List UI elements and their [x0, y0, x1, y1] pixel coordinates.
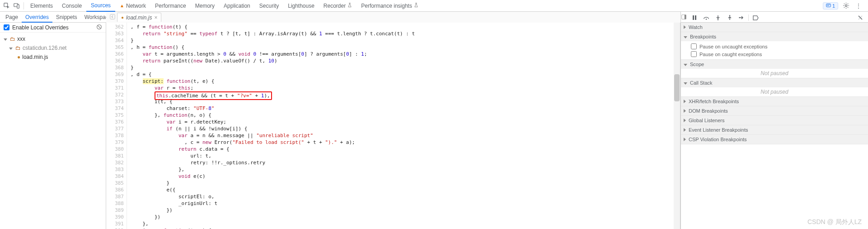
clear-overrides-icon[interactable] — [96, 24, 102, 31]
tab-elements[interactable]: Elements — [26, 0, 57, 12]
line-number[interactable]: 379 — [106, 139, 124, 146]
code-line[interactable]: } — [131, 37, 674, 44]
line-number[interactable]: 389 — [106, 207, 124, 214]
dbg-section-header[interactable]: Breakpoints — [681, 32, 868, 41]
code-line[interactable]: _originUrl: t — [131, 200, 674, 207]
device-toolbar-icon[interactable] — [12, 1, 22, 11]
line-number[interactable]: 387 — [106, 193, 124, 200]
tab-sources[interactable]: Sources — [86, 0, 115, 12]
dbg-section-header[interactable]: Scope — [681, 60, 868, 69]
step-over-icon[interactable] — [701, 13, 711, 23]
line-number[interactable]: 378 — [106, 132, 124, 139]
dbg-checkbox[interactable] — [691, 51, 697, 57]
code-line[interactable]: scriptEl: o, — [131, 193, 674, 200]
code-line[interactable]: charset: "UTF-8" — [131, 105, 674, 112]
step-icon[interactable] — [737, 13, 746, 23]
code-line[interactable]: }) — [131, 207, 674, 214]
code-line[interactable]: var i = r.detectKey; — [131, 119, 674, 125]
enable-local-overrides-input[interactable] — [4, 24, 9, 30]
line-number[interactable]: 371 — [106, 85, 124, 91]
tab-console[interactable]: Console — [57, 0, 86, 12]
dbg-section-header[interactable]: Call Stack — [681, 78, 868, 87]
code-line[interactable]: } — [131, 180, 674, 186]
code-line[interactable]: if (n || i && !window[i]) { — [131, 125, 674, 132]
tab-performance[interactable]: Performance — [150, 0, 191, 12]
code-line[interactable]: var r = this; — [131, 85, 674, 91]
code-line[interactable]: }, — [131, 220, 674, 227]
line-number[interactable]: 372 — [106, 91, 124, 98]
line-number[interactable]: 365 — [106, 44, 124, 51]
tab-network[interactable]: ▲Network — [115, 0, 150, 12]
line-number[interactable]: 384 — [106, 173, 124, 180]
line-number[interactable]: 380 — [106, 146, 124, 153]
code-line[interactable]: image: function(t, e) { — [131, 227, 674, 229]
dbg-section-header[interactable]: XHR/fetch Breakpoints — [681, 97, 868, 106]
tab-lighthouse[interactable]: Lighthouse — [283, 0, 319, 12]
code-line[interactable]: } — [131, 64, 674, 71]
navtab-snippets[interactable]: Snippets — [52, 12, 81, 23]
tree-file-item[interactable]: ● load.min.js — [0, 52, 106, 62]
line-number[interactable]: 362 — [106, 24, 124, 30]
code-line[interactable]: return c.data = { — [131, 146, 674, 153]
line-number[interactable]: 388 — [106, 200, 124, 207]
line-number[interactable]: 390 — [106, 214, 124, 220]
line-number[interactable]: 391 — [106, 220, 124, 227]
settings-gear-icon[interactable] — [841, 1, 851, 11]
tab-performance-insights[interactable]: Performance insights — [357, 0, 423, 12]
messages-chip[interactable]: 1 — [823, 2, 838, 10]
file-tab-loadminjs[interactable]: ● load.min.js × — [117, 13, 161, 22]
line-number[interactable]: 385 — [106, 180, 124, 186]
line-number[interactable]: 392 — [106, 227, 124, 229]
dbg-section-header[interactable]: Watch — [681, 23, 868, 32]
navtab-overrides[interactable]: Overrides — [22, 12, 52, 23]
close-tab-icon[interactable]: × — [154, 14, 157, 21]
tab-memory[interactable]: Memory — [191, 0, 219, 12]
code-line[interactable]: void e(c) — [131, 173, 674, 180]
editor-scrollbar[interactable] — [674, 23, 680, 229]
dbg-checkbox-row[interactable]: Pause on caught exceptions — [691, 50, 863, 58]
toggle-right-pane-icon[interactable] — [680, 12, 687, 22]
dbg-checkbox[interactable] — [691, 43, 697, 49]
tab-application[interactable]: Application — [219, 0, 255, 12]
tab-history-back-icon[interactable] — [108, 14, 117, 21]
kebab-menu-icon[interactable]: ⋮ — [854, 1, 863, 11]
line-number[interactable]: 382 — [106, 159, 124, 166]
dbg-section-header[interactable]: Event Listener Breakpoints — [681, 125, 868, 134]
line-number[interactable]: 367 — [106, 57, 124, 64]
code-line[interactable]: }, function(n, o) { — [131, 112, 674, 119]
pause-on-exceptions-icon[interactable] — [855, 13, 865, 23]
inspect-element-icon[interactable] — [2, 1, 12, 11]
enable-local-overrides-checkbox[interactable]: Enable Local Overrides — [4, 24, 69, 31]
line-number[interactable]: 381 — [106, 153, 124, 159]
code-line[interactable]: , d = { — [131, 71, 674, 78]
code-line[interactable]: , c = new Error("Failed to load script("… — [131, 139, 674, 146]
step-into-icon[interactable] — [713, 13, 723, 23]
line-number[interactable]: 374 — [106, 105, 124, 112]
code-line[interactable]: var a = n && n.message || "unreliable sc… — [131, 132, 674, 139]
code-content[interactable]: , f = function(t) { return "string" == t… — [127, 23, 674, 229]
code-line[interactable]: , f = function(t) { — [131, 24, 674, 30]
code-line[interactable]: }, — [131, 166, 674, 173]
line-number[interactable]: 377 — [106, 125, 124, 132]
step-out-icon[interactable] — [725, 13, 735, 23]
pause-resume-icon[interactable] — [690, 13, 699, 23]
tree-root-folder[interactable]: 🗀 xxx — [0, 34, 106, 43]
code-line[interactable]: e({ — [131, 186, 674, 193]
code-line[interactable]: retry: !!r._options.retry — [131, 159, 674, 166]
tab-security[interactable]: Security — [255, 0, 283, 12]
line-number[interactable]: 369 — [106, 71, 124, 78]
navtab-page[interactable]: Page — [2, 12, 22, 23]
line-number[interactable]: 370 — [106, 78, 124, 85]
code-line[interactable]: url: t, — [131, 153, 674, 159]
line-number[interactable]: 376 — [106, 119, 124, 125]
line-number[interactable]: 373 — [106, 98, 124, 105]
code-line[interactable]: return parseInt((new Date).valueOf() / t… — [131, 57, 674, 64]
dbg-section-header[interactable]: Global Listeners — [681, 116, 868, 125]
line-number[interactable]: 386 — [106, 186, 124, 193]
dbg-section-header[interactable]: DOM Breakpoints — [681, 106, 868, 115]
scrollbar-thumb[interactable] — [674, 74, 680, 101]
code-line[interactable]: this.cacheTime && (t = t + "?v=" + 1), — [131, 91, 674, 98]
line-number[interactable]: 383 — [106, 166, 124, 173]
line-number[interactable]: 363 — [106, 30, 124, 37]
code-line[interactable]: var t = arguments.length > 0 && void 0 !… — [131, 51, 674, 57]
